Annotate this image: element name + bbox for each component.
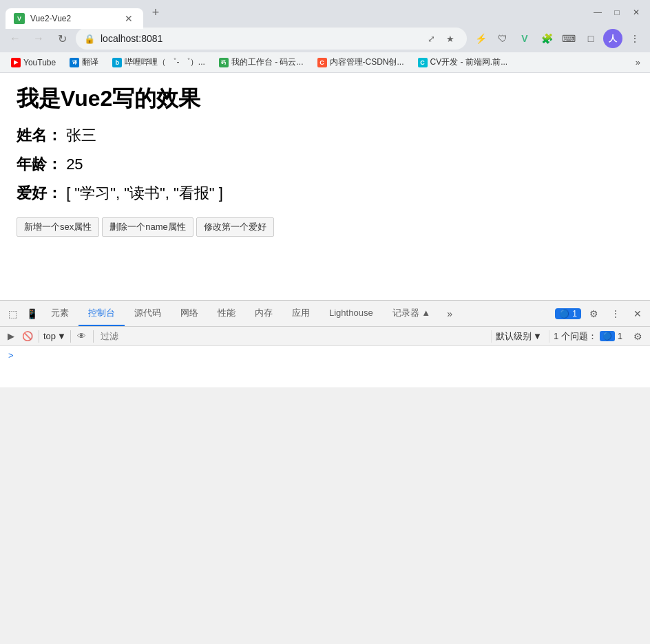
context-selector[interactable]: top ▼ — [43, 331, 66, 341]
badge-icon: 🔵 — [559, 309, 569, 319]
tab-memory[interactable]: 内存 — [245, 301, 282, 326]
bookmark-translate-label: 翻译 — [82, 56, 98, 68]
tab-area: V Vue2-Vue2 ✕ + — [6, 0, 587, 25]
inspect-element-icon[interactable]: ⬚ — [3, 304, 22, 323]
page-content: 我是Vue2写的效果 姓名： 张三 年龄： 25 爱好： [ "学习", "读书… — [0, 73, 650, 300]
bookmark-csdn[interactable]: C 内容管理-CSDN创... — [312, 55, 410, 69]
devtools-more-icon[interactable]: ⋮ — [606, 304, 625, 323]
back-button[interactable]: ← — [6, 29, 25, 48]
devtools-right-controls: 🔵 1 ⚙ ⋮ ✕ — [555, 304, 647, 323]
profile-button[interactable]: 人 — [603, 29, 622, 48]
tab-sources[interactable]: 源代码 — [125, 301, 171, 326]
tab-close-button[interactable]: ✕ — [123, 12, 135, 25]
tab-network[interactable]: 网络 — [171, 301, 208, 326]
hobby-field: 爱好： [ "学习", "读书", "看报" ] — [17, 183, 633, 204]
keyboard-icon[interactable]: ⌨ — [559, 29, 578, 48]
page-title: 我是Vue2写的效果 — [17, 84, 633, 114]
browser-chrome: V Vue2-Vue2 ✕ + — □ ✕ ← → ↻ 🔒 localhost:… — [0, 0, 650, 73]
name-field: 姓名： 张三 — [17, 125, 633, 146]
devtools-settings-icon[interactable]: ⚙ — [584, 304, 603, 323]
tab-application[interactable]: 应用 — [282, 301, 319, 326]
devtools-panel: ⬚ 📱 元素 控制台 源代码 网络 性能 内存 应用 Lighthouse 记录… — [0, 300, 650, 387]
url-bar[interactable]: 🔒 localhost:8081 ⤢ ★ — [76, 28, 467, 50]
toolbar-divider-3 — [93, 330, 94, 343]
age-field: 年龄： 25 — [17, 154, 633, 175]
bookmark-cv-label: CV开发 - 前端网.前... — [430, 56, 508, 68]
url-text: localhost:8081 — [101, 33, 417, 44]
bookmark-cv[interactable]: C CV开发 - 前端网.前... — [412, 55, 514, 69]
cv-favicon: C — [418, 58, 428, 67]
message-badge[interactable]: 🔵 1 — [555, 308, 581, 319]
more-tabs-button[interactable]: » — [440, 304, 459, 323]
console-settings-icon[interactable]: ⚙ — [629, 328, 646, 345]
console-prompt[interactable]: > — [6, 349, 17, 362]
issues-count: 1 — [618, 331, 622, 341]
console-toolbar: ▶ 🚫 top ▼ 👁 默认级别 ▼ 1 个问题： 🔵 1 ⚙ — [0, 327, 650, 346]
toolbar-divider — [39, 330, 39, 343]
log-level-label: 默认级别 — [496, 330, 532, 343]
add-sex-button[interactable]: 新增一个sex属性 — [17, 217, 99, 237]
name-label: 姓名： — [17, 127, 62, 144]
device-toolbar-icon[interactable]: 📱 — [22, 304, 41, 323]
devtools-tabs-bar: ⬚ 📱 元素 控制台 源代码 网络 性能 内存 应用 Lighthouse 记录… — [0, 301, 650, 327]
eye-filter-icon[interactable]: 👁 — [75, 330, 89, 343]
age-value: 25 — [66, 155, 83, 173]
forward-button[interactable]: → — [29, 29, 48, 48]
bookmark-gitee[interactable]: 码 我的工作台 - 码云... — [213, 55, 309, 69]
more-options-icon[interactable]: ⋮ — [625, 29, 644, 48]
toolbar-right: ⚡ 🛡 V 🧩 ⌨ □ 人 ⋮ — [471, 29, 644, 48]
tab-recorder[interactable]: 记录器 ▲ — [383, 301, 440, 326]
extensions-icon[interactable]: ⚡ — [471, 29, 490, 48]
bookmark-bilibili-label: 哔哩哔哩（ ゜- ゜）... — [125, 56, 205, 68]
page-buttons: 新增一个sex属性 删除一个name属性 修改第一个爱好 — [17, 217, 633, 237]
tab-performance[interactable]: 性能 — [208, 301, 245, 326]
shield-icon[interactable]: 🛡 — [493, 29, 512, 48]
issues-counter[interactable]: 1 个问题： 🔵 1 — [549, 330, 627, 343]
bookmark-translate[interactable]: 译 翻译 — [64, 55, 104, 69]
block-icon[interactable]: 🚫 — [21, 330, 34, 343]
tab-lighthouse[interactable]: Lighthouse — [319, 301, 383, 326]
minimize-button[interactable]: — — [589, 4, 606, 21]
reload-button[interactable]: ↻ — [52, 29, 72, 48]
devtools-close-icon[interactable]: ✕ — [628, 304, 647, 323]
url-actions: ⤢ ★ — [423, 30, 459, 47]
window-controls: — □ ✕ — [589, 4, 644, 21]
tab-title: Vue2-Vue2 — [30, 14, 117, 23]
bookmark-youtube[interactable]: ▶ YouTube — [6, 56, 61, 69]
maximize-button[interactable]: □ — [609, 4, 625, 21]
active-tab[interactable]: V Vue2-Vue2 ✕ — [6, 8, 143, 29]
log-level-selector[interactable]: 默认级别 ▼ — [491, 330, 546, 343]
filter-input[interactable] — [98, 331, 488, 341]
bookmark-gitee-label: 我的工作台 - 码云... — [231, 56, 304, 68]
puzzle-icon[interactable]: 🧩 — [537, 29, 556, 48]
gitee-favicon: 码 — [219, 58, 229, 67]
tab-elements[interactable]: 元素 — [41, 301, 78, 326]
csdn-favicon: C — [317, 58, 327, 67]
bookmark-star-icon[interactable]: ★ — [442, 30, 459, 47]
age-label: 年龄： — [17, 155, 62, 173]
run-script-icon[interactable]: ▶ — [4, 330, 18, 343]
window-icon[interactable]: □ — [581, 29, 600, 48]
issues-icon: 🔵 — [600, 331, 615, 341]
context-dropdown-icon: ▼ — [57, 331, 66, 341]
bookmark-bilibili[interactable]: b 哔哩哔哩（ ゜- ゜）... — [107, 55, 211, 69]
delete-name-button[interactable]: 删除一个name属性 — [102, 217, 193, 237]
translate-favicon: 译 — [70, 58, 79, 67]
more-bookmarks-button[interactable]: » — [631, 56, 644, 69]
context-label: top — [43, 331, 56, 341]
name-value: 张三 — [66, 127, 96, 144]
hobby-value: [ "学习", "读书", "看报" ] — [66, 184, 223, 202]
tab-console[interactable]: 控制台 — [78, 301, 125, 326]
new-tab-button[interactable]: + — [146, 3, 165, 22]
youtube-favicon: ▶ — [11, 58, 21, 67]
vue-devtools-icon[interactable]: V — [515, 29, 534, 48]
modify-hobby-button[interactable]: 修改第一个爱好 — [196, 217, 274, 237]
tab-favicon: V — [14, 13, 25, 24]
close-window-button[interactable]: ✕ — [628, 4, 644, 21]
issues-text: 1 个问题： — [554, 330, 597, 343]
hobby-label: 爱好： — [17, 184, 62, 202]
address-bar: ← → ↻ 🔒 localhost:8081 ⤢ ★ ⚡ 🛡 V 🧩 ⌨ □ 人… — [0, 25, 650, 52]
bookmarks-bar: ▶ YouTube 译 翻译 b 哔哩哔哩（ ゜- ゜）... 码 我的工作台 … — [0, 52, 650, 73]
share-icon[interactable]: ⤢ — [423, 30, 439, 47]
bookmark-csdn-label: 内容管理-CSDN创... — [330, 56, 404, 68]
